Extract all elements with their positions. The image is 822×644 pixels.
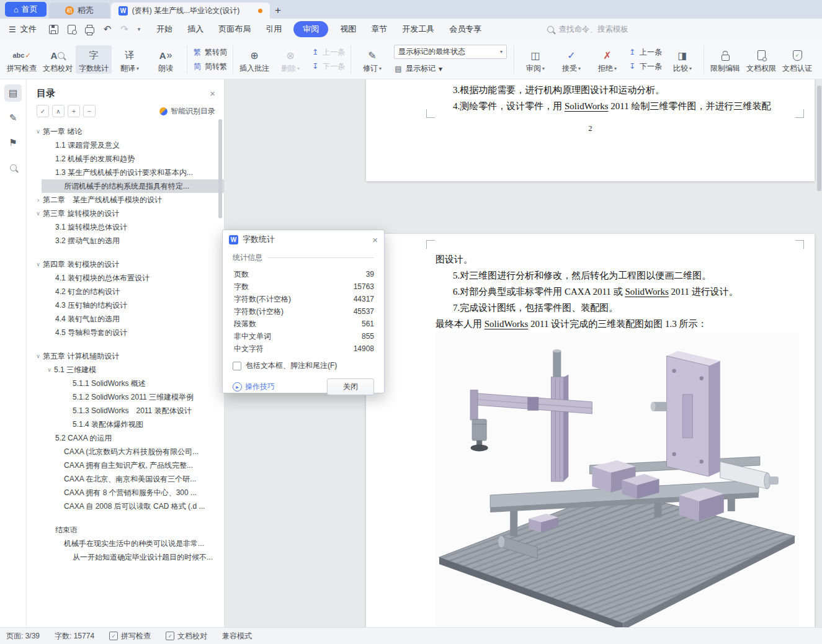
review-pane-button[interactable]: ◫ 审阅▾ xyxy=(517,45,553,74)
redo-icon[interactable]: ↷ xyxy=(120,24,128,35)
reject-change-button[interactable]: ✗ 拒绝▾ xyxy=(589,45,625,74)
toc-item[interactable]: 所谓机械手的结构系统是指具有特定... xyxy=(27,179,224,193)
toc-item[interactable]: 4.2 钉盒的结构设计 xyxy=(27,285,224,298)
doc-permission-button[interactable]: 文档权限 xyxy=(743,45,779,74)
doc-proof-button[interactable]: A 文档校对 xyxy=(40,45,76,74)
compat-mode-indicator[interactable]: 兼容模式 xyxy=(222,631,252,642)
toc-item[interactable]: 4.5 导轴和导套的设计 xyxy=(27,326,224,339)
toc-item[interactable]: CAXA 拥有自主知识产权, 产品线完整... xyxy=(27,458,224,472)
compare-button[interactable]: ◨ 比较▾ xyxy=(664,45,700,74)
toc-item[interactable]: ›第二章 某生产线机械手模块的设计 xyxy=(27,193,224,207)
toc-collapse-all-button[interactable]: ∧ xyxy=(52,105,65,117)
show-markup-button[interactable]: ▤ 显示标记 ▾ xyxy=(394,63,507,74)
doc-certify-button[interactable]: ✓ 文档认证 xyxy=(779,45,815,74)
toc-caret-icon[interactable]: › xyxy=(34,196,43,203)
document-page-3[interactable]: 图设计。5.对三维图进行分析和修改，然后转化为工程图以便画二维图。6.对部分典型… xyxy=(366,234,815,628)
comments-panel-icon[interactable]: ✎ xyxy=(4,109,22,127)
home-tab[interactable]: ⌂ 首页 xyxy=(5,2,47,17)
close-dialog-button[interactable]: 关闭 xyxy=(327,378,374,395)
toc-caret-icon[interactable]: ∨ xyxy=(45,367,54,373)
menu-tab[interactable]: 插入 xyxy=(187,24,203,35)
document-page-2[interactable]: 3.根据功能需要，进行机构原理图设计和运动分析。4.测绘零件，设计零件，用 So… xyxy=(366,79,815,181)
toc-item[interactable]: ∨第五章 计算机辅助设计 xyxy=(27,349,224,363)
save-icon[interactable] xyxy=(49,25,58,34)
toc-caret-icon[interactable]: ∨ xyxy=(34,353,43,359)
word-count-button[interactable]: 字 字数统计 xyxy=(76,45,112,74)
read-aloud-button[interactable]: A» 朗读 xyxy=(148,45,184,74)
document-scrollbar[interactable] xyxy=(817,82,821,625)
outline-panel-icon[interactable]: ▤ xyxy=(4,84,22,102)
toc-item[interactable]: CAXA (北京数码大方科技股份有限公司... xyxy=(27,445,224,458)
docer-tab[interactable]: 稻 稻壳 xyxy=(49,2,110,19)
menu-tab[interactable]: 会员专享 xyxy=(449,24,481,35)
toc-item[interactable]: CAXA 在北京、南京和美国设有三个研... xyxy=(27,472,224,486)
prev-change-button[interactable]: ↥ 上一条 xyxy=(628,47,662,58)
toc-item[interactable]: 3.1 旋转模块总体设计 xyxy=(27,220,224,234)
print-preview-icon[interactable] xyxy=(68,25,76,34)
more-commands-caret-icon[interactable]: ▾ xyxy=(138,26,141,32)
toc-item[interactable]: 3.2 摆动气缸的选用 xyxy=(27,234,224,248)
toc-item[interactable]: 5.1.1 SolidWorks 概述 xyxy=(27,377,224,390)
tips-link[interactable]: ▶ 操作技巧 xyxy=(233,382,275,392)
toc-item[interactable]: ∨第四章 装钉模块的设计 xyxy=(27,257,224,271)
toc-scroll-thumb[interactable] xyxy=(218,119,222,218)
dialog-close-icon[interactable]: × xyxy=(372,235,378,245)
accept-change-button[interactable]: ✓ 接受▾ xyxy=(553,45,589,74)
menu-tab[interactable]: 引用 xyxy=(266,24,282,35)
toc-caret-icon[interactable]: ∨ xyxy=(34,128,43,135)
word-count-dialog-titlebar[interactable]: W 字数统计 × xyxy=(223,230,384,249)
toc-item[interactable]: 机械手在现实生活中的种类可以说是非常... xyxy=(27,537,224,550)
toc-collapse-level-button[interactable]: − xyxy=(83,105,96,117)
toc-close-icon[interactable]: × xyxy=(210,88,215,99)
next-comment-button[interactable]: ↧ 下一条 xyxy=(311,61,345,72)
prev-comment-button[interactable]: ↥ 上一条 xyxy=(311,47,345,58)
toc-expand-level-button[interactable]: + xyxy=(68,105,80,117)
menu-tab[interactable]: 章节 xyxy=(371,24,387,35)
translate-button[interactable]: 译 翻译▾ xyxy=(112,45,148,74)
toc-item[interactable]: 1.2 机械手的发展和趋势 xyxy=(27,152,224,166)
toc-item[interactable]: 5.2 CAXA 的运用 xyxy=(27,431,224,445)
command-search[interactable]: 查找命令、搜索模板 xyxy=(547,24,629,35)
toc-caret-icon[interactable]: ∨ xyxy=(34,261,43,267)
next-change-button[interactable]: ↧ 下一条 xyxy=(628,61,662,72)
toc-item[interactable]: ∨第三章 旋转模块的设计 xyxy=(27,207,224,220)
insert-comment-button[interactable]: ⊕ 插入批注 xyxy=(236,45,272,74)
toc-item[interactable]: 5.1.3 SolidWorks 2011 装配体设计 xyxy=(27,404,224,418)
markup-state-select[interactable]: 显示标记的最终状态 ▾ xyxy=(394,45,507,59)
toc-item[interactable]: CAXA 自 2008 后可以读取 CAD 格式 (.d ... xyxy=(27,499,224,513)
toc-item[interactable]: 结束语 xyxy=(27,523,224,537)
find-panel-icon[interactable] xyxy=(4,159,22,176)
document-scroll-thumb[interactable] xyxy=(817,86,821,191)
undo-icon[interactable]: ↶ xyxy=(104,24,112,35)
toc-item[interactable]: ∨5.1 三维建模 xyxy=(27,363,224,377)
toc-item[interactable]: 4.1 装钉模块的总体布置设计 xyxy=(27,271,224,285)
toc-item[interactable]: CAXA 拥有 8 个营销和服务中心、300 ... xyxy=(27,486,224,499)
toc-select-button[interactable]: ✓ xyxy=(37,105,49,117)
toc-caret-icon[interactable]: ∨ xyxy=(34,210,43,217)
document-tab[interactable]: W (资料) 某生产线...毕业论文(设计) xyxy=(111,2,270,19)
menu-tab[interactable]: 开始 xyxy=(156,24,172,35)
smart-recognize-toc-button[interactable]: 智能识别目录 xyxy=(159,106,215,117)
toc-item[interactable]: 5.1.2 SolidWorks 2011 三维建模举例 xyxy=(27,390,224,404)
checkbox-icon[interactable] xyxy=(233,362,241,370)
menu-tab[interactable]: 审阅 xyxy=(293,21,328,37)
spell-check-button[interactable]: abc✓ 拼写检查 xyxy=(4,45,40,74)
spell-check-status[interactable]: ✓ 拼写检查 xyxy=(109,631,151,642)
delete-comment-button[interactable]: ⊗ 删除▾ xyxy=(272,45,308,74)
track-changes-button[interactable]: ✎ 修订▾ xyxy=(354,45,390,74)
simp-to-trad-button[interactable]: 简 简转繁 xyxy=(193,61,227,72)
toc-item[interactable]: 5.1.4 装配体爆炸视图 xyxy=(27,418,224,431)
toc-item[interactable]: 从一开始知道确定毕业设计题目的时候不... xyxy=(27,550,224,564)
toc-item[interactable]: 4.3 压钉轴的结构设计 xyxy=(27,298,224,312)
page-indicator[interactable]: 页面: 3/39 xyxy=(6,631,40,642)
toc-item[interactable]: ∨第一章 绪论 xyxy=(27,125,224,138)
word-count-indicator[interactable]: 字数: 15774 xyxy=(55,631,94,642)
menu-tab[interactable]: 页面布局 xyxy=(218,24,251,35)
doc-proof-status[interactable]: ✓ 文档校对 xyxy=(166,631,207,642)
new-tab-button[interactable]: + xyxy=(270,2,286,19)
include-footnotes-checkbox[interactable]: 包括文本框、脚注和尾注(F) xyxy=(233,360,374,371)
toc-item[interactable]: 4.4 装钉气缸的选用 xyxy=(27,312,224,326)
menu-tab[interactable]: 视图 xyxy=(340,24,356,35)
menu-tab[interactable]: 开发工具 xyxy=(402,24,434,35)
bookmark-panel-icon[interactable]: ⚑ xyxy=(4,134,22,151)
